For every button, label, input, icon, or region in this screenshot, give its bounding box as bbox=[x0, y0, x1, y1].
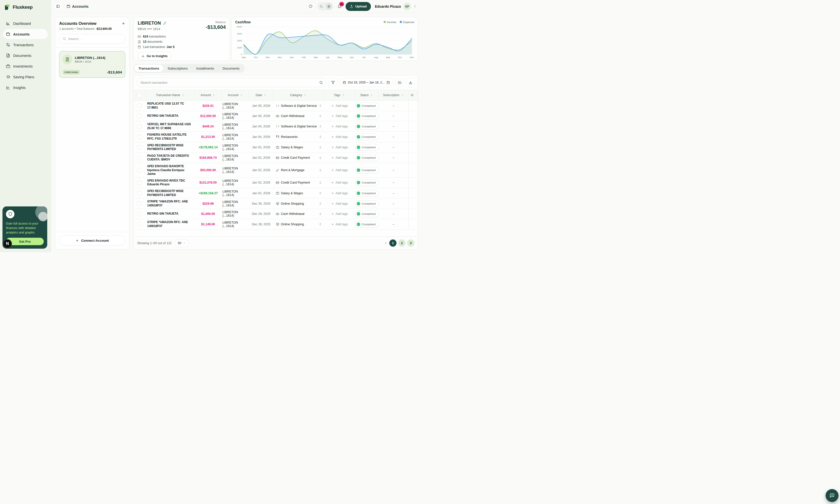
category-change-icon[interactable] bbox=[319, 125, 322, 128]
sort-icon[interactable] bbox=[212, 94, 215, 97]
transaction-category[interactable]: Salary & Wages bbox=[273, 144, 324, 150]
export-button[interactable] bbox=[406, 78, 415, 87]
add-account-button[interactable] bbox=[122, 22, 125, 25]
dev-badge[interactable]: N bbox=[3, 239, 12, 248]
category-change-icon[interactable] bbox=[319, 192, 322, 195]
user-menu-button[interactable] bbox=[414, 5, 417, 8]
sort-icon[interactable] bbox=[182, 94, 185, 97]
category-change-icon[interactable] bbox=[319, 181, 322, 184]
category-change-icon[interactable] bbox=[319, 114, 322, 118]
add-tags-button[interactable]: Add tags bbox=[331, 181, 348, 184]
row-checkbox[interactable] bbox=[137, 201, 141, 206]
filter-button[interactable] bbox=[329, 78, 337, 87]
sidebar-toggle-button[interactable] bbox=[54, 2, 62, 11]
add-tags-button[interactable]: Add tags bbox=[331, 125, 348, 128]
add-tags-button[interactable]: Add tags bbox=[331, 104, 348, 108]
transaction-name: STRIPE *AMAZON RFC: ANE 140618P37 bbox=[146, 219, 195, 229]
previous-page-button[interactable] bbox=[384, 241, 388, 245]
row-checkbox[interactable] bbox=[137, 156, 141, 160]
row-checkbox[interactable] bbox=[137, 168, 141, 173]
row-checkbox[interactable] bbox=[137, 191, 141, 195]
sort-icon[interactable] bbox=[370, 94, 373, 97]
add-tags-button[interactable]: Add tags bbox=[331, 135, 348, 139]
sidebar-item-label: Transactions bbox=[13, 43, 34, 47]
sidebar-item-saving-plans[interactable]: Saving Plans bbox=[3, 72, 48, 82]
sidebar-item-investments[interactable]: Investments bbox=[3, 61, 48, 71]
transaction-category[interactable]: Rent & Mortgage bbox=[273, 167, 324, 173]
page-button-2[interactable]: 2 bbox=[398, 239, 405, 247]
sort-icon[interactable] bbox=[240, 94, 243, 97]
transaction-category[interactable]: Salary & Wages bbox=[273, 190, 324, 196]
category-change-icon[interactable] bbox=[319, 156, 322, 160]
edit-account-button[interactable] bbox=[163, 22, 166, 25]
avatar[interactable]: EP bbox=[403, 3, 411, 10]
notifications-button[interactable]: 9+ bbox=[336, 2, 343, 11]
add-tags-button[interactable]: Add tags bbox=[331, 146, 348, 149]
transaction-category[interactable]: Credit Card Payment bbox=[273, 180, 324, 185]
sort-icon[interactable] bbox=[263, 94, 266, 97]
sidebar-item-documents[interactable]: Documents bbox=[3, 50, 48, 60]
transaction-category[interactable]: Software & Digital Services bbox=[273, 124, 324, 129]
row-checkbox[interactable] bbox=[137, 114, 141, 118]
transaction-category[interactable]: Online Shopping bbox=[273, 221, 324, 227]
sort-icon[interactable] bbox=[342, 94, 345, 97]
sidebar-item-accounts[interactable]: Accounts bbox=[3, 29, 48, 39]
category-change-icon[interactable] bbox=[319, 202, 322, 205]
category-change-icon[interactable] bbox=[319, 169, 322, 172]
transaction-category[interactable]: Credit Card Payment bbox=[273, 155, 324, 161]
svg-text:150K: 150K bbox=[237, 46, 242, 49]
dark-mode-button[interactable] bbox=[318, 3, 325, 10]
light-mode-button[interactable] bbox=[326, 3, 332, 10]
page-button-3[interactable]: 3 bbox=[407, 239, 415, 247]
add-tags-button[interactable]: Add tags bbox=[331, 168, 348, 172]
account-list-item[interactable]: LIBRETON (...1614) BBVA • 1614 CHECKING … bbox=[59, 51, 125, 78]
columns-settings-button[interactable] bbox=[395, 78, 404, 87]
transaction-category[interactable]: Software & Digital Services bbox=[273, 103, 324, 109]
go-to-insights-button[interactable]: Go to Insights bbox=[138, 52, 171, 60]
transaction-category[interactable]: Cash Withdrawal bbox=[273, 211, 324, 217]
connect-account-button[interactable]: Connect Account bbox=[59, 235, 125, 246]
upload-button[interactable]: Upload bbox=[346, 2, 371, 11]
add-tags-button[interactable]: Add tags bbox=[331, 156, 348, 160]
sidebar-item-dashboard[interactable]: Dashboard bbox=[3, 18, 48, 29]
row-checkbox[interactable] bbox=[137, 134, 141, 139]
add-tags-button[interactable]: Add tags bbox=[331, 202, 348, 205]
sidebar-item-transactions[interactable]: Transactions bbox=[3, 40, 48, 50]
category-change-icon[interactable] bbox=[319, 146, 322, 149]
transaction-category[interactable]: Cash Withdrawal bbox=[273, 113, 324, 119]
row-checkbox[interactable] bbox=[137, 104, 141, 108]
balance-label: Balance bbox=[206, 21, 226, 23]
palette-button[interactable] bbox=[307, 2, 315, 11]
sidebar-item-insights[interactable]: Insights bbox=[3, 83, 48, 93]
row-checkbox[interactable] bbox=[137, 222, 141, 226]
check-icon bbox=[357, 135, 360, 139]
tab-documents[interactable]: Documents bbox=[218, 65, 244, 72]
transaction-search-input[interactable] bbox=[140, 81, 317, 85]
accounts-search-input[interactable] bbox=[68, 37, 122, 41]
category-change-icon[interactable] bbox=[319, 135, 322, 138]
transaction-category[interactable]: Restaurants bbox=[273, 134, 324, 140]
sort-icon[interactable] bbox=[401, 94, 404, 97]
transaction-category[interactable]: Online Shopping bbox=[273, 201, 324, 207]
row-checkbox[interactable] bbox=[137, 181, 141, 185]
row-checkbox[interactable] bbox=[137, 212, 141, 216]
category-change-icon[interactable] bbox=[319, 104, 322, 107]
row-checkbox[interactable] bbox=[137, 124, 141, 128]
add-tags-button[interactable]: Add tags bbox=[331, 192, 348, 195]
tab-transactions[interactable]: Transactions bbox=[134, 65, 163, 72]
category-change-icon[interactable] bbox=[319, 212, 322, 216]
page-size-select[interactable]: 50 bbox=[175, 239, 189, 247]
row-checkbox[interactable] bbox=[137, 145, 141, 149]
add-tags-button[interactable]: Add tags bbox=[331, 114, 348, 118]
date-range-button[interactable]: Oct 19, 2025 – Jan 16, 2... bbox=[339, 78, 393, 87]
subscription-value: – bbox=[379, 190, 408, 196]
page-button-1[interactable]: 1 bbox=[389, 239, 397, 247]
category-change-icon[interactable] bbox=[319, 222, 322, 226]
tab-subscriptions[interactable]: Subscriptions bbox=[163, 65, 192, 72]
accounts-search bbox=[59, 34, 125, 43]
sort-icon[interactable] bbox=[303, 94, 307, 97]
select-all-checkbox[interactable] bbox=[137, 93, 141, 97]
tab-installments[interactable]: Installments bbox=[192, 65, 218, 72]
add-tags-button[interactable]: Add tags bbox=[331, 212, 348, 216]
add-tags-button[interactable]: Add tags bbox=[331, 222, 348, 226]
